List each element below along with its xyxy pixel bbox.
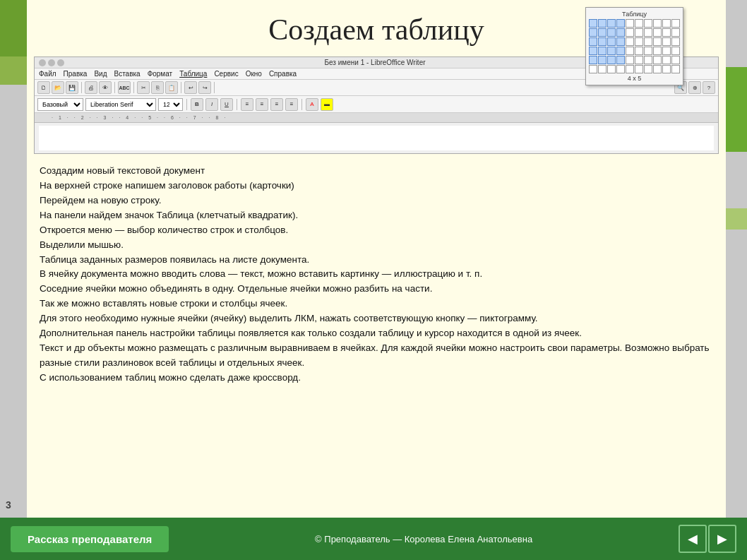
table-cell[interactable] (662, 65, 671, 73)
table-cell[interactable] (616, 65, 625, 73)
table-cell[interactable] (662, 56, 671, 64)
table-cell[interactable] (626, 37, 634, 46)
menu-format[interactable]: Формат (148, 70, 173, 78)
table-cell[interactable] (653, 28, 662, 37)
table-cell[interactable] (607, 28, 616, 37)
font-color-btn[interactable]: A (306, 98, 318, 111)
table-cell[interactable] (626, 65, 634, 73)
menu-insert[interactable]: Вставка (114, 70, 140, 78)
table-cell[interactable] (653, 47, 662, 55)
zoom-btn[interactable]: ⊕ (688, 81, 701, 94)
table-cell[interactable] (616, 19, 625, 28)
table-cell[interactable] (598, 37, 606, 46)
menu-tools[interactable]: Сервис (214, 70, 238, 78)
style-select[interactable]: Базовый (37, 98, 83, 111)
paste-btn[interactable]: 📋 (165, 81, 178, 94)
align-justify-btn[interactable]: ≡ (285, 98, 298, 111)
table-cell[interactable] (598, 65, 606, 73)
table-cell[interactable] (635, 47, 643, 55)
prev-slide-button[interactable]: ◀ (679, 525, 707, 553)
table-cell[interactable] (653, 19, 662, 28)
table-cell[interactable] (662, 37, 671, 46)
table-cell[interactable] (644, 47, 652, 55)
menu-table[interactable]: Таблица (179, 70, 207, 78)
underline-btn[interactable]: U (220, 98, 233, 111)
table-cell[interactable] (671, 56, 680, 64)
table-cell[interactable] (644, 37, 652, 46)
table-cell[interactable] (644, 65, 652, 73)
menu-file[interactable]: Файл (39, 70, 56, 78)
table-cell[interactable] (626, 47, 634, 55)
copy-btn[interactable]: ⎘ (151, 81, 164, 94)
menu-view[interactable]: Вид (94, 70, 107, 78)
table-cell[interactable] (616, 37, 625, 46)
menu-edit[interactable]: Правка (64, 70, 88, 78)
table-cell[interactable] (635, 19, 643, 28)
table-cell[interactable] (607, 37, 616, 46)
minimize-button[interactable] (39, 59, 46, 66)
table-cell[interactable] (671, 65, 680, 73)
table-cell[interactable] (598, 47, 606, 55)
new-btn[interactable]: 🗋 (37, 81, 50, 94)
table-cell[interactable] (644, 19, 652, 28)
table-cell[interactable] (626, 19, 634, 28)
align-left-btn[interactable]: ≡ (241, 98, 253, 111)
preview-btn[interactable]: 👁 (99, 81, 112, 94)
undo-btn[interactable]: ↩ (184, 81, 197, 94)
table-cell[interactable] (589, 65, 597, 73)
table-cell[interactable] (662, 28, 671, 37)
highlight-btn[interactable]: ▬ (321, 98, 333, 111)
table-cell[interactable] (626, 56, 634, 64)
menu-window[interactable]: Окно (246, 70, 262, 78)
table-cell[interactable] (616, 47, 625, 55)
table-cell[interactable] (607, 47, 616, 55)
table-cell[interactable] (616, 56, 625, 64)
spell-btn[interactable]: ABC (118, 81, 131, 94)
table-grid[interactable] (589, 19, 680, 73)
italic-btn[interactable]: I (205, 98, 218, 111)
table-cell[interactable] (616, 28, 625, 37)
save-btn[interactable]: 💾 (66, 81, 78, 94)
font-size-select[interactable]: 12 (158, 98, 183, 111)
open-btn[interactable]: 📂 (52, 81, 64, 94)
font-name-select[interactable]: Liberation Serif (85, 98, 156, 111)
table-cell[interactable] (653, 56, 662, 64)
table-cell[interactable] (589, 47, 597, 55)
align-right-btn[interactable]: ≡ (270, 98, 283, 111)
table-cell[interactable] (598, 56, 606, 64)
table-cell[interactable] (635, 65, 643, 73)
close-button[interactable] (57, 59, 64, 66)
cut-btn[interactable]: ✂ (137, 81, 150, 94)
table-cell[interactable] (662, 47, 671, 55)
table-cell[interactable] (662, 19, 671, 28)
next-slide-button[interactable]: ▶ (708, 525, 736, 553)
table-cell[interactable] (635, 28, 643, 37)
table-cell[interactable] (644, 28, 652, 37)
print-btn[interactable]: 🖨 (85, 81, 97, 94)
redo-btn[interactable]: ↪ (198, 81, 211, 94)
maximize-button[interactable] (48, 59, 55, 66)
narrator-button[interactable]: Рассказ преподавателя (11, 526, 169, 552)
table-cell[interactable] (626, 28, 634, 37)
table-cell[interactable] (653, 65, 662, 73)
table-cell[interactable] (671, 47, 680, 55)
table-cell[interactable] (589, 28, 597, 37)
align-center-btn[interactable]: ≡ (256, 98, 268, 111)
menu-help[interactable]: Справка (269, 70, 297, 78)
table-cell[interactable] (671, 37, 680, 46)
table-cell[interactable] (644, 56, 652, 64)
table-cell[interactable] (589, 56, 597, 64)
table-cell[interactable] (598, 28, 606, 37)
table-cell[interactable] (671, 28, 680, 37)
table-cell[interactable] (589, 37, 597, 46)
table-cell[interactable] (653, 37, 662, 46)
help-btn[interactable]: ? (703, 81, 715, 94)
table-cell[interactable] (635, 37, 643, 46)
table-cell[interactable] (671, 19, 680, 28)
table-cell[interactable] (589, 19, 597, 28)
table-cell[interactable] (607, 56, 616, 64)
table-cell[interactable] (607, 65, 616, 73)
table-cell[interactable] (598, 19, 606, 28)
table-cell[interactable] (607, 19, 616, 28)
table-cell[interactable] (635, 56, 643, 64)
